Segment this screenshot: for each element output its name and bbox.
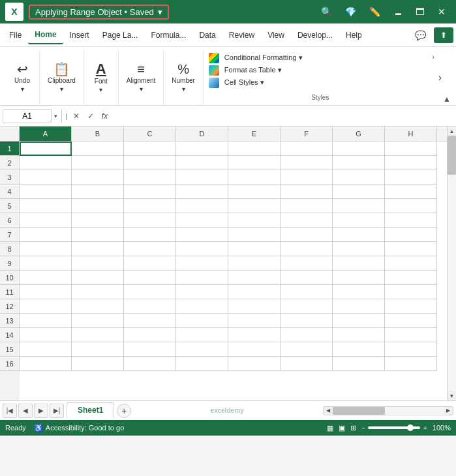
cell-C8[interactable] (124, 242, 176, 256)
zoom-minus-button[interactable]: − (361, 424, 365, 432)
zoom-plus-button[interactable]: + (423, 424, 427, 432)
cell-H1[interactable] (385, 141, 437, 156)
cell-B5[interactable] (72, 199, 124, 213)
cell-A7[interactable] (20, 228, 72, 242)
cell-C14[interactable] (124, 328, 176, 342)
cell-E13[interactable] (228, 314, 281, 328)
ribbon-expand-button[interactable]: › (431, 52, 435, 62)
cell-C10[interactable] (124, 271, 176, 285)
cell-B11[interactable] (72, 285, 124, 299)
cell-G12[interactable] (333, 299, 385, 314)
scroll-up-button[interactable]: ▲ (448, 126, 456, 136)
col-header-D[interactable]: D (176, 126, 228, 141)
cell-C5[interactable] (124, 199, 176, 213)
cell-C1[interactable] (124, 141, 176, 156)
menu-review[interactable]: Review (222, 27, 261, 44)
cell-F12[interactable] (281, 299, 333, 314)
cell-G6[interactable] (333, 213, 385, 228)
cell-H11[interactable] (385, 285, 437, 299)
ribbon-collapse-button[interactable]: ▲ (443, 50, 451, 105)
cell-E3[interactable] (228, 170, 281, 185)
cell-F16[interactable] (281, 357, 333, 371)
cell-B13[interactable] (72, 314, 124, 328)
cell-E10[interactable] (228, 271, 281, 285)
alignment-button[interactable]: ≡ Alignment ▾ (123, 59, 159, 97)
cell-G8[interactable] (333, 242, 385, 256)
cell-H7[interactable] (385, 228, 437, 242)
cell-D3[interactable] (176, 170, 228, 185)
cell-F1[interactable] (281, 141, 333, 156)
cell-C13[interactable] (124, 314, 176, 328)
formula-fx-button[interactable]: fx (99, 110, 110, 122)
cell-F7[interactable] (281, 228, 333, 242)
cell-H2[interactable] (385, 156, 437, 170)
h-scroll-thumb[interactable] (333, 407, 385, 415)
cell-B15[interactable] (72, 342, 124, 357)
cell-E6[interactable] (228, 213, 281, 228)
cell-F5[interactable] (281, 199, 333, 213)
row-num-12[interactable]: 12 (0, 299, 20, 314)
cell-D15[interactable] (176, 342, 228, 357)
cell-A10[interactable] (20, 271, 72, 285)
minimize-button[interactable]: 🗕 (388, 4, 408, 20)
h-scroll-right[interactable]: ▶ (444, 407, 453, 415)
cell-G2[interactable] (333, 156, 385, 170)
cell-F6[interactable] (281, 213, 333, 228)
cell-B2[interactable] (72, 156, 124, 170)
row-num-7[interactable]: 7 (0, 228, 20, 242)
ribbon-more-button[interactable]: › (437, 50, 443, 105)
cell-D10[interactable] (176, 271, 228, 285)
cell-D9[interactable] (176, 256, 228, 271)
sheet-nav-prev[interactable]: ◀ (18, 404, 33, 418)
col-header-A[interactable]: A (20, 126, 72, 141)
cell-H13[interactable] (385, 314, 437, 328)
cell-A8[interactable] (20, 242, 72, 256)
col-header-C[interactable]: C (124, 126, 176, 141)
h-scroll-left[interactable]: ◀ (324, 407, 333, 415)
add-sheet-button[interactable]: + (117, 404, 131, 418)
cell-D12[interactable] (176, 299, 228, 314)
cell-A9[interactable] (20, 256, 72, 271)
cell-F13[interactable] (281, 314, 333, 328)
maximize-button[interactable]: 🗖 (410, 4, 430, 20)
col-header-E[interactable]: E (228, 126, 281, 141)
edit-icon[interactable]: ✏️ (364, 4, 386, 20)
formula-input[interactable] (113, 110, 453, 123)
cell-H3[interactable] (385, 170, 437, 185)
font-button[interactable]: A Font ▾ (88, 59, 114, 97)
cell-E12[interactable] (228, 299, 281, 314)
cell-G5[interactable] (333, 199, 385, 213)
cell-C7[interactable] (124, 228, 176, 242)
comment-icon[interactable]: 💬 (411, 27, 430, 43)
cell-B9[interactable] (72, 256, 124, 271)
cell-H4[interactable] (385, 185, 437, 199)
cell-A13[interactable] (20, 314, 72, 328)
h-scroll-track[interactable] (333, 407, 444, 415)
clipboard-button[interactable]: 📋 Clipboard ▾ (44, 59, 80, 97)
row-num-10[interactable]: 10 (0, 271, 20, 285)
search-icon[interactable]: 🔍 (316, 4, 337, 20)
row-num-9[interactable]: 9 (0, 256, 20, 271)
cell-F9[interactable] (281, 256, 333, 271)
close-button[interactable]: ✕ (433, 4, 451, 20)
cell-A16[interactable] (20, 357, 72, 371)
cell-F2[interactable] (281, 156, 333, 170)
zoom-slider-thumb[interactable] (407, 424, 414, 431)
formula-cancel-button[interactable]: ✕ (70, 110, 82, 122)
cell-A14[interactable] (20, 328, 72, 342)
cell-C4[interactable] (124, 185, 176, 199)
row-num-8[interactable]: 8 (0, 242, 20, 256)
view-page-button[interactable]: ⊞ (350, 424, 356, 432)
cell-B12[interactable] (72, 299, 124, 314)
cell-B1[interactable] (72, 141, 124, 156)
cell-A2[interactable] (20, 156, 72, 170)
formula-confirm-button[interactable]: ✓ (85, 110, 97, 122)
menu-home[interactable]: Home (28, 26, 63, 44)
scroll-track[interactable] (448, 136, 456, 391)
cell-E7[interactable] (228, 228, 281, 242)
diamond-icon[interactable]: 💎 (340, 4, 361, 20)
cell-B7[interactable] (72, 228, 124, 242)
cell-F8[interactable] (281, 242, 333, 256)
cell-E11[interactable] (228, 285, 281, 299)
cell-A1[interactable] (20, 141, 72, 156)
